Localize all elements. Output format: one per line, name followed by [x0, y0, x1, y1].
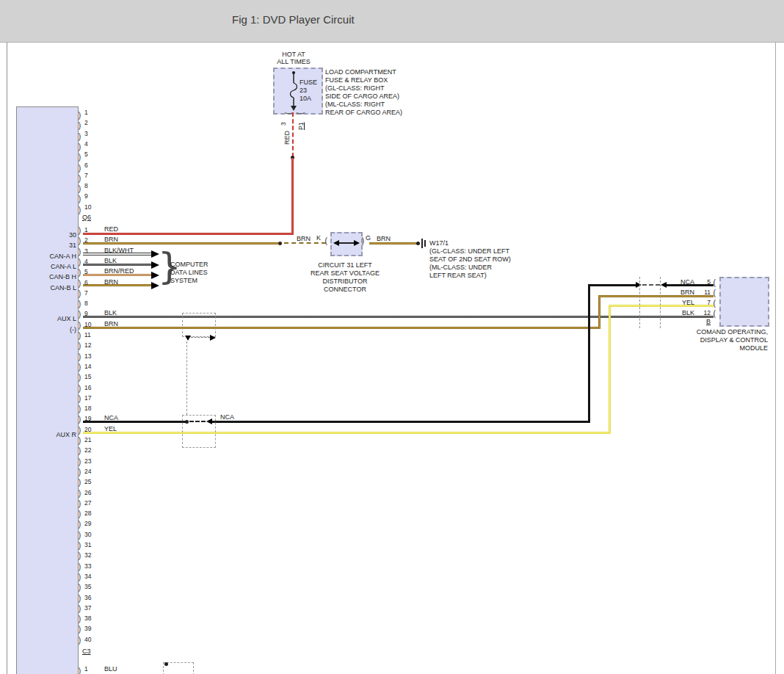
pin-arc: )	[78, 195, 81, 204]
shield-arrow-down	[185, 336, 191, 341]
wire-color-label: NCA	[104, 414, 118, 422]
pin-arc: )	[78, 258, 81, 267]
pin-arc: )	[78, 615, 81, 624]
wire-color-label: BLK/WHT	[104, 247, 134, 255]
junction-dot	[278, 242, 282, 245]
pin-number: 21	[84, 436, 91, 443]
pin-number: 5	[84, 268, 88, 275]
pin-number: 14	[84, 363, 91, 370]
pin-arc: )	[78, 458, 81, 467]
pin-number: 29	[84, 520, 91, 527]
pin-arc: )	[78, 416, 81, 424]
wire-nca-arrow	[636, 282, 642, 288]
pin-arc: )	[78, 269, 81, 278]
distributor-pin-out: G	[366, 234, 371, 242]
passthrough-connector-dash	[639, 277, 640, 328]
pin-number: 7	[84, 289, 88, 297]
pin-arc: )	[78, 584, 81, 593]
splice-location-line: (ML-CLASS: UNDER	[429, 264, 492, 272]
pin-arc: (	[713, 289, 716, 298]
pin-arc: )	[78, 427, 81, 435]
pin-number: 40	[84, 636, 91, 643]
pin-number: 38	[84, 615, 91, 622]
pin-arc: )	[78, 143, 81, 152]
pin-arc: )	[78, 280, 81, 289]
comand-pin-number: 11	[693, 289, 711, 296]
pin-number: 17	[84, 394, 91, 402]
diagram-canvas[interactable]	[0, 43, 784, 674]
pin-number: 28	[84, 510, 91, 517]
pin-arc: )	[78, 573, 81, 582]
pin-arc: )	[78, 290, 81, 299]
pin-arc: )	[78, 133, 81, 142]
wire-color-label: BRN	[104, 278, 118, 286]
wire-color-label: BLU	[104, 665, 117, 673]
pin-arc: )	[78, 468, 81, 477]
wire-blk-row9	[83, 316, 714, 318]
pin-number: 22	[84, 446, 91, 454]
terminal-label: 31	[25, 242, 76, 250]
pin-arc: )	[78, 395, 81, 404]
terminal-label: (-)	[25, 326, 76, 334]
pin-arc: )	[78, 153, 81, 162]
computer-data-lines-line: DATA LINES	[170, 269, 208, 277]
pin-number: 2	[84, 236, 88, 244]
wire-brn-right-label: BRN	[377, 235, 391, 243]
pin-arc: )	[78, 342, 81, 351]
pin-arc: (	[713, 279, 716, 288]
pin-number: 10	[84, 321, 91, 328]
pin-number: 18	[84, 405, 91, 412]
terminal-label: AUX L	[25, 315, 76, 323]
page-title: Fig 1: DVD Player Circuit	[232, 13, 355, 26]
pin-arc: )	[78, 374, 81, 383]
pin-number: 11	[84, 331, 91, 338]
wire-nca-vertical	[588, 285, 590, 423]
pin-arc: )	[78, 532, 81, 540]
fusebox-location-line: (GL-CLASS: RIGHT	[325, 84, 385, 93]
comand-caption-line: MODULE	[658, 344, 768, 352]
pin-number: 36	[84, 594, 91, 601]
comand-connector-label: B	[706, 318, 711, 325]
distributor-arrow-right	[354, 240, 360, 246]
wire-red-vertical	[291, 158, 294, 234]
comand-wire-color-label: YEL	[661, 299, 694, 307]
wire-brn-mid-label: BRN	[297, 235, 311, 243]
pin-number: 1	[84, 665, 88, 673]
pin-arc: )	[78, 122, 81, 131]
pin-number: 37	[84, 604, 91, 612]
wire-color-label: BLK	[104, 257, 117, 265]
pin-arc: )	[78, 437, 81, 446]
wire-brn-row10	[83, 327, 600, 329]
pin-number: 12	[84, 341, 91, 349]
pin-arc: )	[78, 405, 81, 414]
pin-arc: )	[78, 479, 81, 488]
pin-arc: )	[78, 175, 81, 184]
fuse-rating: 10A	[300, 95, 311, 103]
comand-module-box	[719, 277, 769, 327]
wire-nca-row19	[83, 421, 188, 423]
terminal-label: CAN-B L	[25, 284, 76, 292]
comand-wire-color-label: BRN	[661, 289, 694, 297]
pin-arc: )	[78, 248, 81, 257]
pin-number: 39	[84, 625, 91, 632]
wire-yel-vertical	[609, 305, 611, 434]
pin-arc: )	[78, 605, 81, 614]
terminal-label: CAN-A L	[25, 263, 76, 271]
pin-number: 8	[84, 300, 88, 307]
comand-wire-color-label: NCA	[661, 278, 694, 286]
pin-arc: )	[78, 626, 81, 634]
fusebox-location-line: FUSE & RELAY BOX	[325, 76, 388, 84]
wire-red-dashed	[292, 112, 294, 157]
pin-arc: )	[78, 667, 81, 674]
distributor-arrow-left	[333, 240, 339, 246]
wire-color-label: BRN	[104, 236, 118, 244]
pin-number: 15	[84, 373, 91, 380]
fusebox-location-line: LOAD COMPARTMENT	[325, 68, 396, 76]
pin-arc: (	[713, 310, 716, 319]
pin-arc: )	[78, 206, 81, 215]
pin-arc: )	[78, 237, 81, 246]
pin-arc: )	[78, 185, 81, 194]
wire-nca-row19-right	[212, 421, 590, 423]
pin-number: 30	[84, 531, 91, 538]
pin-number: 7	[84, 172, 88, 179]
